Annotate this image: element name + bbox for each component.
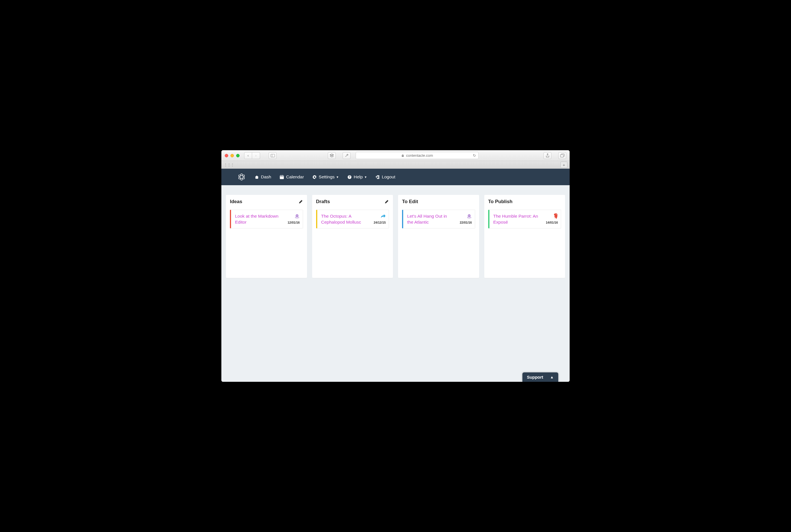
- lock-icon: 🔒︎: [401, 154, 404, 157]
- column-title: To Edit: [402, 199, 418, 205]
- nav-help-label: Help: [354, 174, 363, 179]
- column-title: Drafts: [316, 199, 330, 205]
- reload-button[interactable]: ↻: [473, 153, 476, 158]
- nav-dash-label: Dash: [261, 174, 271, 179]
- calendar-icon: [280, 175, 284, 179]
- svg-point-17: [296, 214, 299, 217]
- tabs-overview-button[interactable]: [558, 152, 566, 159]
- svg-rect-3: [560, 154, 563, 157]
- svg-point-21: [468, 215, 469, 216]
- kanban-board: Ideas Look at the Markdown Editor 12/01/…: [221, 185, 570, 278]
- nav-calendar-label: Calendar: [286, 174, 304, 179]
- edit-column-button[interactable]: [299, 200, 303, 204]
- svg-point-23: [556, 214, 557, 215]
- edit-column-button[interactable]: [384, 200, 389, 204]
- nav-back-forward: ‹ ›: [244, 152, 260, 159]
- new-tab-button[interactable]: +: [561, 162, 567, 168]
- tab-strip: ⋮⋮⋮ +: [221, 161, 570, 169]
- column-to-edit: To Edit Let's All Hang Out in the Atlant…: [398, 195, 479, 278]
- nav-logout-label: Logout: [382, 174, 395, 179]
- back-button[interactable]: ‹: [244, 152, 252, 159]
- app-navbar: Dash Calendar Settings ▼ ? Help ▼ Logout: [221, 169, 570, 185]
- svg-point-20: [468, 214, 471, 217]
- svg-point-19: [297, 215, 298, 216]
- card-title-link[interactable]: The Octopus: A Cephalopod Mollusc: [321, 213, 369, 225]
- card-date: 22/01/16: [460, 221, 472, 224]
- home-icon: [255, 175, 259, 179]
- svg-point-4: [241, 174, 242, 175]
- octopus-icon: [466, 213, 472, 219]
- svg-point-5: [243, 175, 244, 177]
- chevron-up-icon: ▲: [550, 375, 554, 379]
- caret-down-icon: ▼: [364, 175, 367, 179]
- nav-dash[interactable]: Dash: [255, 174, 271, 179]
- column-ideas: Ideas Look at the Markdown Editor 12/01/…: [226, 195, 307, 278]
- share-arrow-icon: [380, 213, 386, 219]
- svg-rect-13: [281, 175, 281, 176]
- content-card[interactable]: The Octopus: A Cephalopod Mollusc 24/12/…: [316, 210, 389, 228]
- parrot-icon: [553, 213, 558, 219]
- svg-point-6: [243, 177, 244, 179]
- card-date: 14/01/16: [546, 221, 558, 224]
- sidebar-toggle-button[interactable]: [269, 152, 277, 159]
- close-window-button[interactable]: [225, 154, 228, 157]
- column-title: Ideas: [230, 199, 242, 205]
- nav-help[interactable]: ? Help ▼: [347, 174, 367, 179]
- content-card[interactable]: Look at the Markdown Editor 12/01/16: [230, 210, 303, 228]
- nav-logout[interactable]: Logout: [376, 174, 395, 179]
- svg-point-8: [239, 177, 241, 179]
- nav-settings[interactable]: Settings ▼: [313, 174, 339, 179]
- forward-button[interactable]: ›: [252, 152, 260, 159]
- browser-window: ‹ › 🔒︎ contentacle.com ↻ ⋮⋮⋮: [221, 150, 570, 382]
- card-date: 12/01/16: [288, 221, 300, 224]
- share-button[interactable]: [544, 152, 551, 159]
- svg-rect-0: [270, 154, 275, 157]
- question-circle-icon: ?: [347, 175, 352, 179]
- column-title: To Publish: [488, 199, 513, 205]
- card-title-link[interactable]: Look at the Markdown Editor: [235, 213, 282, 225]
- app-viewport: Dash Calendar Settings ▼ ? Help ▼ Logout: [221, 169, 570, 382]
- app-logo[interactable]: [237, 172, 246, 182]
- minimize-window-button[interactable]: [230, 154, 234, 157]
- fullscreen-window-button[interactable]: [236, 154, 240, 157]
- gear-icon: [313, 175, 317, 179]
- svg-point-9: [239, 175, 241, 177]
- card-date: 24/12/15: [374, 221, 386, 224]
- card-title-link[interactable]: The Humble Parrot: An Exposé: [493, 213, 541, 225]
- extension-buffer-button[interactable]: [328, 152, 336, 159]
- column-to-publish: To Publish The Humble Parrot: An Exposé …: [484, 195, 565, 278]
- browser-titlebar: ‹ › 🔒︎ contentacle.com ↻: [221, 150, 570, 161]
- svg-point-22: [470, 215, 470, 216]
- card-title-link[interactable]: Let's All Hang Out in the Atlantic: [407, 213, 454, 225]
- url-host: contentacle.com: [406, 153, 433, 158]
- svg-point-18: [296, 215, 297, 216]
- address-bar[interactable]: 🔒︎ contentacle.com ↻: [356, 152, 478, 159]
- caret-down-icon: ▼: [336, 175, 339, 179]
- content-card[interactable]: The Humble Parrot: An Exposé 14/01/16: [488, 210, 561, 228]
- svg-text:?: ?: [349, 175, 350, 179]
- extension-devtools-button[interactable]: [343, 152, 351, 159]
- column-drafts: Drafts The Octopus: A Cephalopod Mollusc…: [312, 195, 393, 278]
- nav-settings-label: Settings: [319, 174, 335, 179]
- nav-calendar[interactable]: Calendar: [280, 174, 304, 179]
- svg-point-7: [241, 178, 242, 180]
- support-label: Support: [527, 375, 544, 380]
- svg-rect-14: [283, 175, 283, 176]
- logout-icon: [376, 175, 380, 179]
- octopus-icon: [294, 213, 300, 219]
- window-controls: [225, 154, 240, 157]
- support-widget[interactable]: Support ▲: [522, 373, 558, 382]
- tab-grip-icon: ⋮⋮⋮: [224, 164, 234, 166]
- content-card[interactable]: Let's All Hang Out in the Atlantic 22/01…: [402, 210, 475, 228]
